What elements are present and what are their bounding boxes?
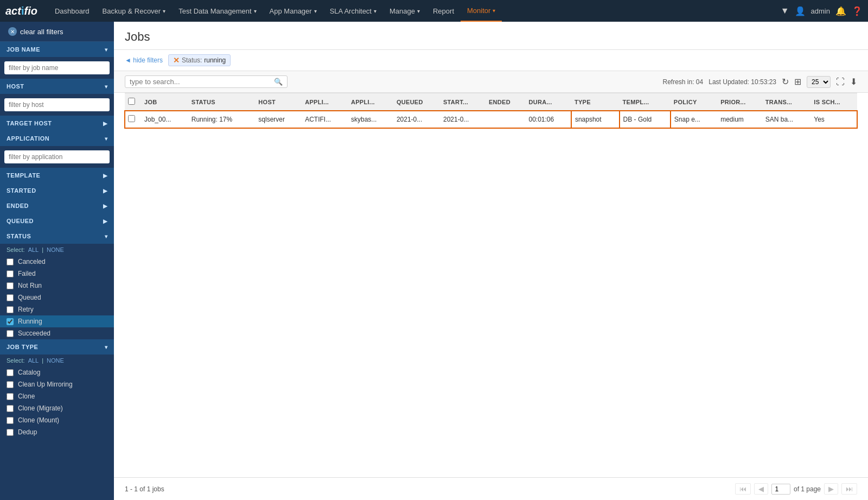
row-checkbox[interactable] [128, 115, 135, 122]
status-running[interactable]: Running [0, 315, 114, 327]
job-type-select-none[interactable]: NONE [47, 357, 64, 364]
status-not-run-checkbox[interactable] [7, 282, 14, 289]
job-type-dedup[interactable]: Dedup [0, 426, 114, 438]
job-type-arrow: ▾ [105, 344, 108, 350]
status-canceled-checkbox[interactable] [7, 258, 14, 265]
search-icon[interactable]: 🔍 [274, 78, 283, 86]
application-filter-input[interactable] [4, 150, 110, 163]
status-canceled[interactable]: Canceled [0, 256, 114, 268]
col-host[interactable]: HOST [255, 93, 302, 111]
pagination-controls: ⏮ ◀ of 1 page ▶ ⏭ [735, 483, 857, 495]
col-policy[interactable]: POLICY [671, 93, 717, 111]
nav-report[interactable]: Report [426, 0, 461, 22]
bell-icon[interactable]: 🔔 [835, 6, 846, 16]
col-duration[interactable]: DURA... [525, 93, 571, 111]
table-body: Job_00... Running: 17% sqlserver ACTIFI.… [125, 111, 857, 128]
job-name-filter-input[interactable] [4, 61, 110, 74]
col-ended[interactable]: ENDED [486, 93, 526, 111]
nav-dashboard[interactable]: Dashboard [48, 0, 96, 22]
columns-icon[interactable]: ⊞ [794, 77, 801, 87]
col-app1[interactable]: APPLI... [302, 93, 348, 111]
job-type-catalog-checkbox[interactable] [7, 369, 14, 376]
status-failed-checkbox[interactable] [7, 270, 14, 277]
nav-manage[interactable]: Manage▾ [383, 0, 426, 22]
sidebar-application-header[interactable]: APPLICATION ▾ [0, 131, 114, 146]
sidebar-target-host-header[interactable]: TARGET HOST ▶ [0, 116, 114, 131]
job-type-clone-mount-checkbox[interactable] [7, 417, 14, 424]
nav-sla-architect[interactable]: SLA Architect▾ [323, 0, 383, 22]
job-type-clone-migrate-checkbox[interactable] [7, 405, 14, 412]
status-failed[interactable]: Failed [0, 268, 114, 280]
last-page-button[interactable]: ⏭ [841, 483, 857, 495]
refresh-icon[interactable]: ↻ [782, 77, 789, 87]
status-queued-checkbox[interactable] [7, 294, 14, 301]
row-checkbox-cell [125, 111, 141, 128]
status-select-all[interactable]: ALL [28, 246, 39, 253]
status-retry[interactable]: Retry [0, 303, 114, 315]
col-priority[interactable]: PRIOR... [717, 93, 762, 111]
sidebar-job-name-header[interactable]: JOB NAME ▾ [0, 42, 114, 57]
logo[interactable]: actifio [5, 5, 37, 17]
sidebar-job-type-header[interactable]: JOB TYPE ▾ [0, 339, 114, 355]
prev-page-button[interactable]: ◀ [754, 483, 768, 495]
sidebar-status-header[interactable]: STATUS ▾ [0, 229, 114, 244]
status-running-checkbox[interactable] [7, 318, 14, 325]
page-number-input[interactable] [771, 484, 790, 495]
expand-icon[interactable]: ⛶ [836, 77, 845, 87]
user-icon[interactable]: 👤 [795, 6, 806, 16]
hide-filters-button[interactable]: ◄ hide filters [125, 56, 163, 64]
nav-right: ▼ 👤 admin 🔔 ❓ [781, 6, 863, 16]
col-scheduled[interactable]: IS SCH... [810, 93, 857, 111]
job-type-clone[interactable]: Clone [0, 390, 114, 402]
job-type-clone-mount[interactable]: Clone (Mount) [0, 414, 114, 426]
col-type[interactable]: TYPE [571, 93, 620, 111]
host-filter-input[interactable] [4, 98, 110, 111]
search-toolbar: 🔍 Refresh in: 04 Last Updated: 10:53:23 … [114, 71, 868, 93]
sidebar-ended-header[interactable]: ENDED ▶ [0, 198, 114, 213]
job-type-clone-label: Clone [18, 393, 35, 400]
remove-filter-button[interactable]: ✕ [173, 56, 180, 65]
job-type-cleanup-mirroring[interactable]: Clean Up Mirroring [0, 378, 114, 390]
search-input[interactable] [130, 78, 274, 86]
col-job[interactable]: JOB [141, 93, 188, 111]
job-type-cleanup-checkbox[interactable] [7, 381, 14, 388]
status-not-run[interactable]: Not Run [0, 280, 114, 292]
first-page-button[interactable]: ⏮ [735, 483, 751, 495]
job-type-select-all[interactable]: ALL [28, 357, 39, 364]
col-started[interactable]: START... [440, 93, 486, 111]
per-page-select[interactable]: 25 [807, 76, 831, 88]
col-template[interactable]: TEMPL... [620, 93, 671, 111]
clear-filters-button[interactable]: ✕ clear all filters [0, 22, 114, 42]
col-transfer[interactable]: TRANS... [762, 93, 811, 111]
select-all-checkbox[interactable] [128, 98, 135, 105]
job-type-catalog[interactable]: Catalog [0, 366, 114, 378]
status-retry-label: Retry [18, 306, 34, 313]
status-queued[interactable]: Queued [0, 292, 114, 303]
job-type-select-row: Select: ALL | NONE [0, 355, 114, 366]
nav-test-data-management[interactable]: Test Data Management▾ [172, 0, 263, 22]
nav-app-manager[interactable]: App Manager▾ [263, 0, 323, 22]
col-queued[interactable]: QUEUED [393, 93, 440, 111]
job-type-dedup-checkbox[interactable] [7, 429, 14, 436]
sidebar-template-header[interactable]: TEMPLATE ▶ [0, 168, 114, 183]
table-row[interactable]: Job_00... Running: 17% sqlserver ACTIFI.… [125, 111, 857, 128]
next-page-button[interactable]: ▶ [824, 483, 838, 495]
nav-backup-recover[interactable]: Backup & Recover▾ [96, 0, 173, 22]
status-succeeded-checkbox[interactable] [7, 330, 14, 337]
sidebar-queued-header[interactable]: QUEUED ▶ [0, 213, 114, 229]
col-app2[interactable]: APPLI... [348, 93, 393, 111]
filter-icon[interactable]: ▼ [781, 6, 789, 16]
help-icon[interactable]: ❓ [852, 6, 863, 16]
status-succeeded[interactable]: Succeeded [0, 327, 114, 339]
status-select-none[interactable]: NONE [47, 246, 64, 253]
row-app2: skybas... [348, 111, 393, 128]
sidebar-started-header[interactable]: STARTED ▶ [0, 183, 114, 198]
status-retry-checkbox[interactable] [7, 306, 14, 313]
status-failed-label: Failed [18, 270, 36, 277]
download-icon[interactable]: ⬇ [850, 77, 857, 87]
nav-monitor[interactable]: Monitor▾ [461, 0, 502, 22]
sidebar-host-header[interactable]: HOST ▾ [0, 79, 114, 94]
col-status[interactable]: STATUS [188, 93, 256, 111]
job-type-clone-checkbox[interactable] [7, 393, 14, 400]
job-type-clone-migrate[interactable]: Clone (Migrate) [0, 402, 114, 414]
